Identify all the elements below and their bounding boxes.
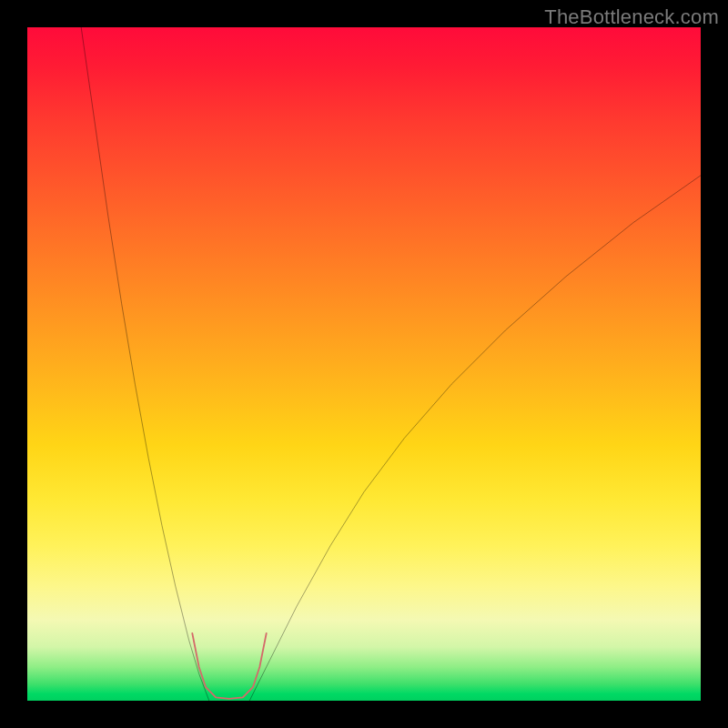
curve-left-branch [81, 27, 209, 701]
chart-stage: TheBottleneck.com [0, 0, 728, 728]
curve-layer [27, 27, 701, 701]
plot-area [27, 27, 701, 701]
watermark-label: TheBottleneck.com [544, 5, 719, 29]
notch-marker [192, 633, 266, 699]
curve-right-branch [249, 176, 701, 701]
